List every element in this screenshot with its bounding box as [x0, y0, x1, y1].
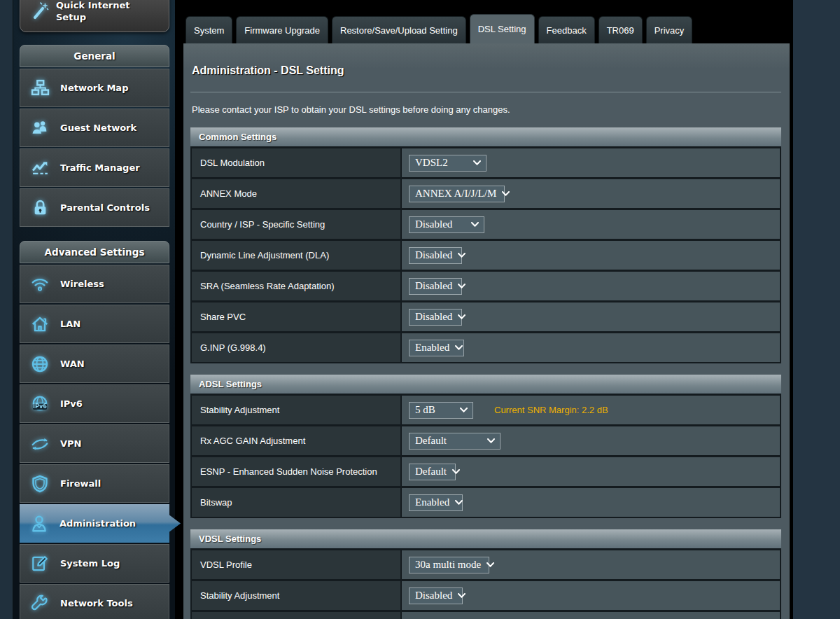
selected-option-label: Disabled	[415, 280, 452, 292]
menu-group-advanced-settings: Advanced Settings Wireless LAN WAN IPv6 …	[20, 241, 169, 619]
firewall-icon	[29, 474, 51, 494]
dynamic-line-adjustment-dla-select[interactable]: Disabled	[409, 247, 462, 264]
stability-adjustment-select[interactable]: 5 dB	[409, 402, 473, 419]
setting-label: ESNP - Enhanced Sudden Noise Protection	[192, 457, 400, 486]
tab-tr069[interactable]: TR069	[598, 16, 643, 43]
tab-firmware-upgrade[interactable]: Firmware Upgrade	[236, 16, 328, 43]
setting-value-cell: 5 dB Current SNR Margin: 2.2 dB	[402, 396, 780, 424]
selected-option-label: VDSL2	[415, 157, 448, 169]
table-row: Country / ISP - Specific Setting Disable…	[192, 210, 780, 239]
setting-label: G.INP (G.998.4)	[192, 333, 400, 362]
selected-option-label: Default	[415, 466, 447, 478]
sidebar-item-label: Guest Network	[60, 123, 136, 133]
system-log-icon	[29, 554, 51, 573]
snr-margin-note: Current SNR Margin: 2.2 dB	[494, 405, 608, 415]
stability-adjustment-select[interactable]: Disabled	[409, 587, 463, 604]
section-common-settings: Common SettingsDSL Modulation VDSL2 ANNE…	[190, 127, 781, 363]
sidebar-item-parental-controls[interactable]: Parental Controls	[20, 188, 169, 227]
ipv6-icon: IPv6	[29, 394, 51, 414]
selected-option-label: ANNEX A/I/J/L/M	[415, 188, 496, 200]
setting-value-cell: Default	[402, 426, 780, 455]
sra-seamless-rate-adaptation-select[interactable]: Disabled	[409, 278, 462, 295]
setting-label: Country / ISP - Specific Setting	[192, 210, 400, 239]
tab-restore-save-upload-setting[interactable]: Restore/Save/Upload Setting	[332, 16, 466, 43]
bitswap-select[interactable]: Enabled	[409, 494, 463, 511]
setting-label	[192, 612, 400, 619]
sidebar-item-label: Network Map	[60, 83, 128, 93]
lan-icon	[29, 314, 51, 334]
sidebar-item-firewall[interactable]: Firewall	[20, 464, 169, 503]
tab-bar: SystemFirmware UpgradeRestore/Save/Uploa…	[186, 0, 692, 43]
network-map-icon	[29, 78, 51, 97]
selected-option-label: Disabled	[415, 590, 452, 601]
sidebar-item-label: IPv6	[60, 398, 83, 409]
sidebar-left-strip	[0, 0, 13, 619]
chevron-down-icon	[471, 222, 479, 227]
chevron-down-icon	[455, 500, 463, 505]
tab-system[interactable]: System	[186, 16, 232, 43]
table-row: Bitswap Enabled	[192, 488, 780, 517]
guest-network-icon	[29, 118, 51, 137]
selected-option-label: 5 dB	[415, 404, 435, 416]
sidebar-item-network-map[interactable]: Network Map	[20, 69, 169, 107]
sidebar-item-label: Administration	[59, 518, 136, 529]
rx-agc-gain-adjustment-select[interactable]: Default	[409, 433, 500, 450]
chevron-down-icon	[455, 345, 463, 350]
selected-option-label: Disabled	[415, 311, 452, 323]
tab-feedback[interactable]: Feedback	[538, 16, 595, 43]
dsl-modulation-select[interactable]: VDSL2	[409, 155, 486, 172]
sidebar-item-vpn[interactable]: VPN	[20, 424, 169, 463]
sidebar-item-wan[interactable]: WAN	[20, 345, 169, 383]
quick-internet-setup-button[interactable]: Quick Internet Setup	[20, 0, 169, 32]
table-row: ANNEX Mode ANNEX A/I/J/L/M	[192, 179, 780, 208]
annex-mode-select[interactable]: ANNEX A/I/J/L/M	[409, 186, 505, 202]
table-row: ESNP - Enhanced Sudden Noise Protection …	[192, 457, 780, 486]
section-header-common-settings: Common Settings	[190, 127, 781, 146]
sidebar-item-label: WAN	[60, 359, 85, 369]
wan-icon	[29, 354, 51, 374]
country-isp-specific-setting-select[interactable]: Disabled	[409, 216, 484, 233]
sidebar-item-guest-network[interactable]: Guest Network	[20, 109, 169, 147]
tab-privacy[interactable]: Privacy	[646, 16, 693, 43]
table-row: Dynamic Line Adjustment (DLA) Disabled	[192, 241, 780, 270]
sidebar-item-network-tools[interactable]: Network Tools	[20, 584, 169, 619]
sidebar-item-label: System Log	[60, 558, 120, 569]
group-header-general: General	[20, 45, 169, 67]
chevron-down-icon	[486, 562, 494, 567]
sidebar-item-wireless[interactable]: Wireless	[20, 265, 169, 303]
setting-value-cell: Disabled	[402, 210, 780, 239]
administration-icon	[28, 514, 50, 534]
setting-value-cell: Disabled	[402, 241, 780, 270]
magic-wand-icon	[29, 1, 50, 25]
settings-table: DSL Modulation VDSL2 ANNEX Mode ANNEX A/…	[190, 146, 781, 363]
selected-option-label: 30a multi mode	[415, 559, 481, 571]
chevron-down-icon	[473, 160, 481, 165]
tab-dsl-setting[interactable]: DSL Setting	[470, 14, 535, 43]
sidebar-item-administration[interactable]: Administration	[20, 504, 181, 543]
selected-option-label: Disabled	[415, 218, 452, 230]
chevron-down-icon	[460, 408, 468, 412]
svg-text:IPv6: IPv6	[33, 403, 47, 410]
sidebar-item-lan[interactable]: LAN	[20, 305, 169, 343]
chevron-down-icon	[502, 191, 510, 196]
traffic-manager-icon	[29, 158, 51, 177]
sidebar-item-traffic-manager[interactable]: Traffic Manager	[20, 148, 169, 187]
sidebar-item-label: LAN	[60, 319, 80, 329]
share-pvc-select[interactable]: Disabled	[409, 309, 462, 326]
setting-label: Rx AGC GAIN Adjustment	[192, 426, 400, 455]
chevron-down-icon	[458, 253, 465, 258]
setting-label: Bitswap	[192, 488, 400, 517]
g-inp-g-998-4-select[interactable]: Enabled	[409, 340, 464, 356]
table-row: G.INP (G.998.4) Enabled	[192, 333, 780, 362]
setting-value-cell: Disabled	[402, 581, 780, 610]
vpn-icon	[29, 434, 51, 454]
section-header-vdsl-settings: VDSL Settings	[190, 529, 781, 548]
setting-label: Stability Adjustment	[192, 581, 400, 610]
sidebar-item-ipv6[interactable]: IPv6 IPv6	[20, 384, 169, 423]
chevron-down-icon	[458, 314, 465, 319]
sidebar-item-system-log[interactable]: System Log	[20, 544, 169, 583]
esnp-enhanced-sudden-noise-protection-select[interactable]: Default	[409, 464, 456, 480]
title-divider	[190, 92, 781, 92]
isp-note: Please contact your ISP to obtain your D…	[192, 104, 781, 115]
vdsl-profile-select[interactable]: 30a multi mode	[409, 557, 489, 573]
